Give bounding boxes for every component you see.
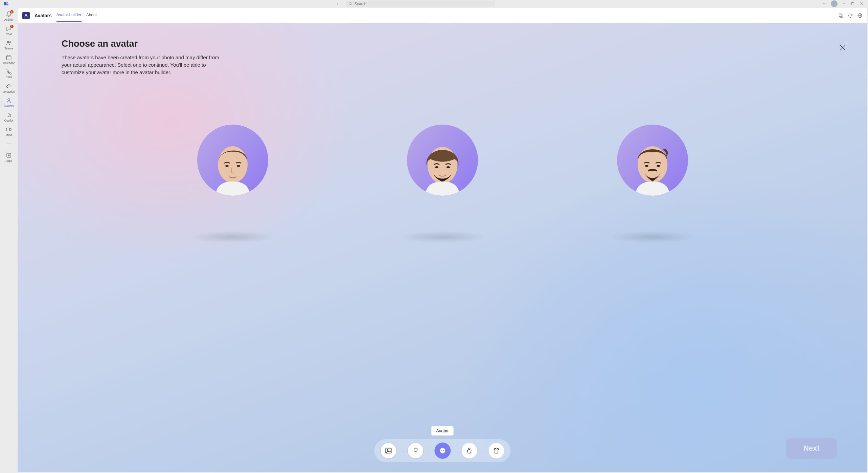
avatar-option-3[interactable]: [617, 125, 688, 196]
avatar-builder-canvas: Choose an avatar These avatars have been…: [18, 23, 867, 472]
step-outfit[interactable]: [488, 443, 505, 459]
search-input[interactable]: [346, 1, 495, 7]
svg-point-3: [349, 2, 351, 4]
rail-label: Apps: [5, 159, 12, 163]
step-tooltip: Avatar: [431, 426, 454, 436]
maximize-button[interactable]: [850, 1, 855, 6]
search-field[interactable]: [355, 2, 492, 6]
shadow: [189, 231, 277, 243]
step-separator: –: [428, 448, 430, 453]
user-avatar[interactable]: [831, 0, 838, 7]
svg-point-1: [7, 2, 8, 3]
app-shell: ‹ › ⋯ 1 Activity: [0, 0, 868, 473]
svg-rect-21: [839, 14, 842, 16]
video-icon: [5, 126, 12, 133]
svg-point-10: [9, 42, 11, 43]
svg-point-35: [657, 165, 660, 167]
stepper-wrap: Avatar – – –: [374, 426, 510, 462]
brush-icon: [412, 447, 419, 454]
tab-avatar-builder[interactable]: Avatar builder: [56, 8, 82, 22]
step-separator: –: [455, 448, 457, 453]
svg-point-28: [225, 165, 229, 167]
svg-rect-11: [6, 56, 11, 60]
rail-item-calls[interactable]: Calls: [1, 67, 17, 81]
step-avatar[interactable]: [434, 443, 451, 459]
titlebar: ‹ › ⋯: [0, 0, 868, 7]
svg-point-29: [237, 165, 240, 167]
badge: 1: [10, 25, 14, 28]
page-description: These avatars have been created from you…: [62, 54, 224, 76]
avatars-app-logo: [22, 12, 30, 19]
phone-icon: [5, 68, 12, 75]
rail-item-teams[interactable]: Teams: [1, 38, 17, 52]
globe-icon[interactable]: [857, 13, 863, 18]
face-icon: [439, 447, 446, 454]
step-style[interactable]: [407, 443, 424, 459]
rail-item-chat[interactable]: 1 Chat: [1, 24, 17, 38]
tab-about[interactable]: About: [86, 8, 97, 22]
rail-more-button[interactable]: ⋯: [6, 139, 11, 149]
badge: 1: [10, 10, 14, 14]
svg-rect-0: [4, 2, 6, 5]
rail-label: OneDrive: [3, 90, 15, 93]
svg-rect-16: [6, 128, 9, 131]
nav-back-button[interactable]: ‹: [337, 1, 338, 6]
main-column: Avatars Avatar builder About Choose an a…: [18, 8, 867, 472]
next-button-label: Next: [803, 444, 820, 453]
minimize-button[interactable]: [842, 1, 846, 6]
shirt-icon: [493, 447, 500, 454]
rail-label: Calendar: [3, 62, 15, 65]
rail-item-onedrive[interactable]: OneDrive: [1, 82, 17, 95]
svg-rect-6: [852, 3, 854, 5]
app-header: Avatars Avatar builder About: [18, 8, 867, 23]
shadow: [609, 231, 696, 243]
body-icon: [466, 447, 473, 454]
shadow: [398, 231, 486, 243]
image-icon: [385, 447, 392, 454]
rail-item-apps[interactable]: Apps: [1, 151, 17, 165]
rail-label: Calls: [6, 76, 12, 79]
page-heading: Choose an avatar These avatars have been…: [62, 39, 224, 76]
calendar-icon: [5, 54, 12, 61]
more-options-button[interactable]: ⋯: [823, 1, 827, 6]
active-indicator: [1, 99, 1, 107]
rail-item-avatars[interactable]: Avatars: [1, 96, 17, 110]
rail-item-copilot[interactable]: Copilot: [1, 110, 17, 124]
step-body[interactable]: [461, 443, 478, 459]
close-window-button[interactable]: [859, 1, 864, 6]
avatar-render: [617, 125, 688, 196]
rail-label: Teams: [4, 47, 13, 50]
popout-icon[interactable]: [838, 13, 844, 18]
chat-icon: 1: [5, 25, 12, 32]
svg-point-37: [387, 449, 388, 451]
avatar-options: [18, 125, 867, 196]
svg-point-32: [447, 166, 450, 168]
people-icon: [5, 40, 12, 46]
left-nav-rail: 1 Activity 1 Chat Teams: [0, 7, 18, 473]
avatar-render: [407, 125, 478, 196]
avatar-option-1[interactable]: [197, 125, 268, 196]
step-photo[interactable]: [380, 443, 396, 459]
close-button[interactable]: [839, 44, 846, 51]
rail-item-calendar[interactable]: Calendar: [1, 53, 17, 67]
svg-point-31: [435, 166, 438, 168]
svg-point-15: [8, 99, 10, 101]
rail-label: Meet: [6, 133, 12, 136]
svg-point-20: [25, 14, 27, 16]
nav-forward-button[interactable]: ›: [341, 1, 343, 6]
rail-label: Activity: [4, 18, 14, 21]
rail-label: Chat: [6, 33, 12, 36]
apps-icon: [5, 152, 12, 159]
refresh-icon[interactable]: [848, 13, 853, 18]
avatar-option-2[interactable]: [407, 125, 478, 196]
next-button[interactable]: Next: [786, 438, 837, 459]
rail-item-meet[interactable]: Meet: [1, 125, 17, 138]
rail-item-activity[interactable]: 1 Activity: [1, 9, 17, 23]
cloud-icon: [5, 83, 12, 90]
stepper: – – – –: [374, 439, 510, 462]
svg-line-4: [351, 4, 352, 5]
svg-point-38: [469, 448, 471, 450]
step-separator: –: [482, 448, 484, 453]
rail-label: Copilot: [4, 119, 13, 122]
bell-icon: 1: [5, 11, 12, 18]
